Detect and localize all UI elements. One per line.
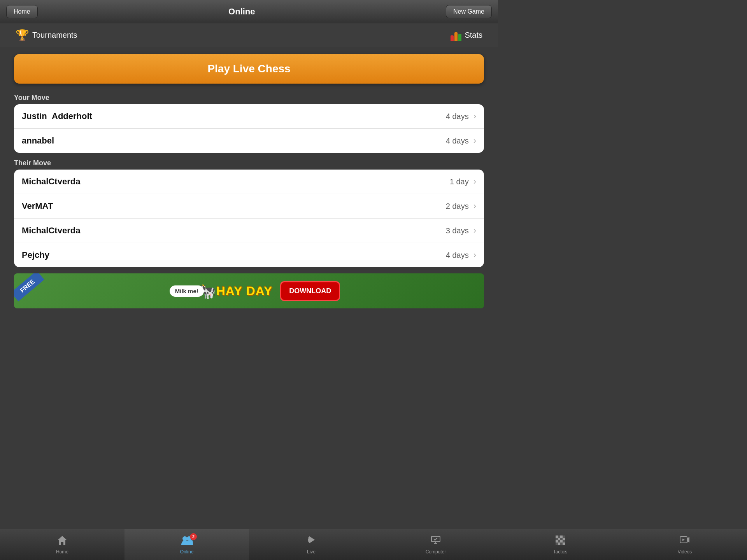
chevron-right-icon: ›	[473, 250, 476, 260]
player-name: MichalCtverda	[22, 177, 80, 187]
chevron-right-icon: ›	[473, 136, 476, 146]
ad-free-badge: FREE	[14, 273, 44, 301]
ad-download-button[interactable]: DOWNLOAD	[280, 281, 340, 301]
chevron-right-icon: ›	[473, 201, 476, 211]
your-move-list: Justin_Adderholt 4 days › annabel 4 days…	[14, 104, 484, 153]
home-button[interactable]: Home	[6, 5, 38, 18]
new-game-button[interactable]: New Game	[446, 5, 492, 18]
your-move-row-2[interactable]: annabel 4 days ›	[14, 129, 484, 153]
play-live-chess-button[interactable]: Play Live Chess	[14, 54, 484, 84]
stats-label: Stats	[465, 31, 482, 40]
ad-banner[interactable]: FREE Milk me! 🐄 HAY DAY DOWNLOAD	[14, 273, 484, 308]
stats-icon	[451, 30, 461, 41]
their-move-row-1[interactable]: MichalCtverda 1 day ›	[14, 170, 484, 194]
game-time: 3 days	[446, 226, 469, 235]
chevron-right-icon: ›	[473, 177, 476, 187]
their-move-row-3[interactable]: MichalCtverda 3 days ›	[14, 219, 484, 243]
player-name: Justin_Adderholt	[22, 111, 92, 121]
player-name: Pejchy	[22, 250, 49, 260]
header: Home Online New Game	[0, 0, 498, 23]
game-time: 1 day	[450, 177, 469, 186]
your-move-row-1[interactable]: Justin_Adderholt 4 days ›	[14, 104, 484, 129]
game-time: 2 days	[446, 202, 469, 211]
tournaments-label: Tournaments	[32, 31, 77, 40]
page-title: Online	[228, 7, 255, 17]
player-name: annabel	[22, 136, 54, 146]
their-move-list: MichalCtverda 1 day › VerMAT 2 days › Mi…	[14, 170, 484, 267]
their-move-section-label: Their Move	[14, 159, 484, 167]
ad-game-name: HAY DAY	[216, 284, 273, 298]
stats-nav-item[interactable]: Stats	[451, 30, 482, 41]
player-name: MichalCtverda	[22, 226, 80, 236]
top-nav: 🏆 Tournaments Stats	[0, 23, 498, 47]
chevron-right-icon: ›	[473, 111, 476, 121]
their-move-row-2[interactable]: VerMAT 2 days ›	[14, 194, 484, 219]
their-move-row-4[interactable]: Pejchy 4 days ›	[14, 243, 484, 267]
game-time: 4 days	[446, 112, 469, 121]
player-name: VerMAT	[22, 201, 53, 211]
trophy-icon: 🏆	[16, 29, 29, 42]
your-move-section-label: Your Move	[14, 94, 484, 102]
game-time: 4 days	[446, 136, 469, 145]
game-time: 4 days	[446, 251, 469, 260]
tournaments-nav-item[interactable]: 🏆 Tournaments	[16, 29, 77, 42]
ad-milk-text: Milk me!	[170, 285, 204, 297]
chevron-right-icon: ›	[473, 226, 476, 236]
